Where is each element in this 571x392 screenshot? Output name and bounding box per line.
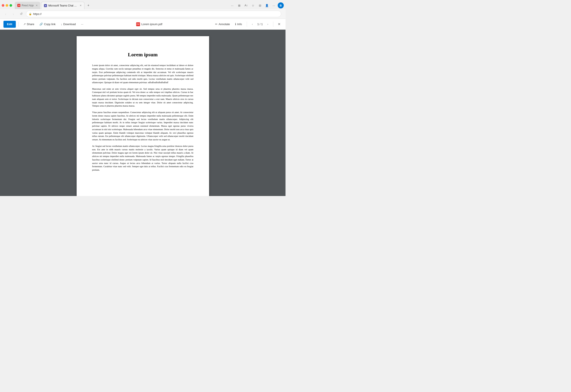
browser-more-button[interactable]: ··· bbox=[229, 2, 235, 8]
react-app-tab-close[interactable]: ✕ bbox=[36, 4, 38, 7]
pdf-filename: PDF Lorem ipsum.pdf bbox=[136, 22, 162, 26]
download-button[interactable]: ↓ Download bbox=[59, 21, 78, 28]
new-tab-button[interactable]: + bbox=[85, 2, 91, 8]
link-icon: 🔗 bbox=[39, 23, 43, 26]
toolbar-separator-2 bbox=[247, 22, 247, 27]
page-separator: / bbox=[260, 23, 261, 26]
browser-star-button[interactable]: ☆ bbox=[250, 2, 256, 8]
pdf-paragraph-3: Vitae purus faucibus ornare suspendisse.… bbox=[92, 111, 194, 141]
share-button[interactable]: ↗ Share bbox=[21, 21, 37, 28]
download-icon: ↓ bbox=[61, 23, 62, 26]
pdf-filename-text: Lorem ipsum.pdf bbox=[141, 23, 162, 26]
teams-tab-close[interactable]: ✕ bbox=[80, 4, 82, 7]
copy-link-label: Copy link bbox=[44, 23, 56, 26]
edit-button[interactable]: Edit bbox=[3, 21, 16, 28]
pdf-title: Lorem ipsum bbox=[92, 52, 194, 58]
browser-chrome: ⚛ React App ✕ ☁ Microsoft Teams Chat Fil… bbox=[0, 0, 286, 19]
pdf-page: Lorem ipsum Lorem ipsum dolor sit amet, … bbox=[77, 36, 209, 196]
more-options-button[interactable]: ··· bbox=[79, 21, 86, 28]
annotate-button[interactable]: ✏ Annotate bbox=[213, 21, 232, 28]
toolbar-center: PDF Lorem ipsum.pdf bbox=[86, 22, 212, 26]
lock-icon: 🔒 bbox=[29, 13, 32, 15]
close-pdf-button[interactable]: ✕ bbox=[276, 21, 282, 27]
fullscreen-traffic-light[interactable] bbox=[10, 4, 12, 7]
download-label: Download bbox=[63, 23, 76, 26]
minimize-traffic-light[interactable] bbox=[6, 4, 8, 7]
url-text: https:// bbox=[33, 12, 278, 15]
share-label: Share bbox=[27, 23, 34, 26]
more-options-label: ··· bbox=[81, 23, 83, 26]
browser-font-button[interactable]: A↕ bbox=[243, 2, 249, 8]
prev-page-button[interactable]: ‹ bbox=[250, 21, 255, 27]
page-navigation: ‹ 1 / 1 › bbox=[250, 21, 271, 27]
browser-split-button[interactable]: ⊟ bbox=[257, 2, 263, 8]
next-page-button[interactable]: › bbox=[265, 21, 271, 27]
pdf-content-area: Lorem ipsum Lorem ipsum dolor sit amet, … bbox=[0, 30, 286, 196]
copy-link-button[interactable]: 🔗 Copy link bbox=[37, 21, 57, 28]
pdf-paragraph-1: Lorem ipsum dolor sit amet, consectetur … bbox=[92, 64, 194, 84]
browser-profile-button[interactable]: 👤 bbox=[264, 2, 270, 8]
browser-grid-button[interactable]: ⊞ bbox=[236, 2, 242, 8]
close-traffic-light[interactable] bbox=[2, 4, 4, 7]
teams-tab-icon: ☁ bbox=[44, 4, 47, 7]
url-bar[interactable]: 🔒 https:// bbox=[26, 11, 281, 17]
react-app-tab-label: React App bbox=[22, 4, 34, 7]
back-button[interactable]: ‹ bbox=[3, 11, 9, 17]
annotate-label: Annotate bbox=[219, 23, 230, 26]
browser-controls-right: ··· ⊞ A↕ ☆ ⊟ 👤 ··· B bbox=[229, 2, 284, 8]
page-indicator: 1 / 1 bbox=[256, 23, 264, 26]
share-icon: ↗ bbox=[23, 23, 26, 26]
info-icon: ℹ bbox=[235, 23, 236, 26]
annotate-icon: ✏ bbox=[215, 23, 217, 26]
address-bar: ‹ › ↺ 🔒 https:// bbox=[0, 9, 286, 19]
refresh-button[interactable]: ↺ bbox=[18, 11, 24, 17]
bing-button[interactable]: B bbox=[278, 2, 284, 8]
info-label: Info bbox=[237, 23, 242, 26]
pdf-paragraph-2: Maecenas sed enim ut sem viverra aliquet… bbox=[92, 87, 194, 108]
pdf-file-icon: PDF bbox=[136, 22, 140, 26]
pdf-paragraph-4: Ac feugiat sed lectus vestibulum mattis … bbox=[92, 145, 194, 172]
pdf-toolbar: Edit ↗ Share 🔗 Copy link ↓ Download ··· … bbox=[0, 19, 286, 30]
tab-bar: ⚛ React App ✕ ☁ Microsoft Teams Chat Fil… bbox=[0, 0, 286, 9]
react-app-tab-icon: ⚛ bbox=[17, 4, 20, 7]
page-total: 1 bbox=[261, 23, 263, 26]
tab-react-app[interactable]: ⚛ React App ✕ bbox=[15, 2, 40, 9]
toolbar-separator-1 bbox=[18, 22, 19, 27]
traffic-lights bbox=[2, 4, 12, 7]
browser-settings-button[interactable]: ··· bbox=[271, 2, 277, 8]
toolbar-right: ✏ Annotate ℹ Info ‹ 1 / 1 › ✕ bbox=[213, 21, 282, 28]
pdf-viewer: Edit ↗ Share 🔗 Copy link ↓ Download ··· … bbox=[0, 19, 286, 196]
forward-button[interactable]: › bbox=[10, 11, 16, 17]
teams-tab-label: Microsoft Teams Chat Files - C... bbox=[48, 4, 77, 7]
page-current: 1 bbox=[257, 23, 259, 26]
info-button[interactable]: ℹ Info bbox=[233, 21, 244, 28]
toolbar-separator-3 bbox=[273, 22, 273, 27]
tab-teams[interactable]: ☁ Microsoft Teams Chat Files - C... ✕ bbox=[41, 2, 85, 9]
